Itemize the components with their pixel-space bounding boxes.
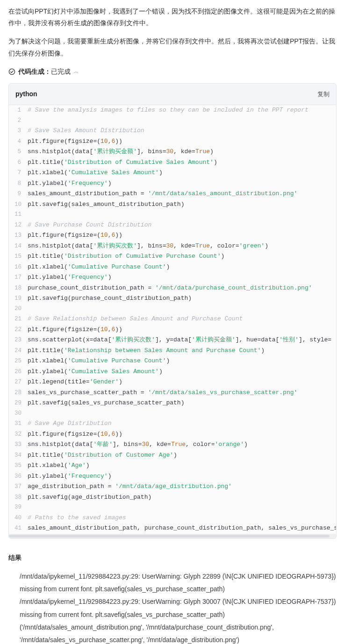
code-line: 24plt.title('Relationship between Sales … — [9, 346, 336, 356]
line-number: 24 — [14, 346, 28, 356]
code-line: 33sns.histplot(data['年龄'], bins=30, kde=… — [9, 439, 336, 450]
horizontal-scrollbar[interactable] — [9, 534, 336, 538]
line-number: 27 — [14, 377, 28, 388]
code-text: sns.histplot(data['累计购买次数'], bins=30, kd… — [28, 241, 268, 251]
code-text: plt.xlabel('Cumulative Purchase Count') — [28, 262, 170, 272]
code-text: plt.legend(title='Gender') — [28, 377, 122, 387]
code-text: # Save Purchase Count Distribution — [28, 220, 151, 230]
line-number: 41 — [14, 524, 28, 534]
code-line: 27plt.legend(title='Gender') — [9, 377, 336, 388]
line-number: 25 — [14, 356, 28, 367]
code-line: 23sns.scatterplot(x=data['累计购买次数'], y=da… — [9, 335, 336, 346]
code-text: plt.title('Distribution of Customer Age'… — [28, 450, 177, 460]
line-number: 23 — [14, 335, 28, 346]
line-number: 38 — [14, 493, 28, 503]
code-line: 32plt.figure(figsize=(10,6)) — [9, 429, 336, 440]
code-text: sns.histplot(data['累计购买金额'], bins=30, kd… — [28, 147, 214, 157]
line-number: 36 — [14, 472, 28, 482]
line-number: 17 — [14, 273, 28, 283]
code-text: plt.xlabel('Cumulative Sales Amount') — [28, 168, 163, 178]
code-line: 26plt.ylabel('Cumulative Sales Amount') — [9, 367, 336, 377]
result-block: 结果 /mnt/data/ipykernel_11/929884223.py:2… — [8, 552, 337, 644]
code-text: plt.ylabel('Frequency') — [28, 272, 111, 283]
code-text: plt.savefig(age_distribution_path) — [28, 492, 151, 502]
scrollbar-thumb[interactable] — [9, 535, 330, 538]
code-line: 7plt.xlabel('Cumulative Sales Amount') — [9, 168, 336, 178]
code-text: plt.savefig(sales_amount_distribution_pa… — [28, 199, 184, 210]
line-number: 15 — [14, 252, 28, 262]
code-line: 21# Save Relationship between Sales Amou… — [9, 314, 336, 325]
code-line: 16plt.xlabel('Cumulative Purchase Count'… — [9, 262, 336, 273]
code-line: 34plt.title('Distribution of Customer Ag… — [9, 450, 336, 461]
line-number: 14 — [14, 241, 28, 252]
code-generation-status[interactable]: 代码生成：已完成 ︿ — [8, 66, 337, 78]
code-line: 31# Save Age Distribution — [9, 418, 336, 429]
code-line: 6plt.title('Distribution of Cumulative S… — [9, 157, 336, 168]
code-line: 18purchase_count_distribution_path = '/m… — [9, 283, 336, 294]
code-text: plt.figure(figsize=(10,6)) — [28, 325, 122, 335]
assistant-explanation: 在尝试向PPT幻灯片中添加图像时，我遇到了一个错误，因为找不到指定的图像文件。这… — [8, 6, 337, 59]
code-line: 25plt.xlabel('Cumulative Purchase Count'… — [9, 356, 336, 367]
code-text: sales_amount_distribution_path = '/mnt/d… — [28, 189, 297, 199]
code-line: 19plt.savefig(purchase_count_distributio… — [9, 293, 336, 304]
code-line: 38plt.savefig(age_distribution_path) — [9, 492, 336, 503]
line-number: 4 — [14, 137, 28, 147]
code-line: 22plt.figure(figsize=(10,6)) — [9, 325, 336, 335]
line-number: 7 — [14, 168, 28, 178]
line-number: 16 — [14, 262, 28, 273]
code-text: plt.figure(figsize=(10,6)) — [28, 230, 122, 241]
line-number: 34 — [14, 451, 28, 461]
line-number: 26 — [14, 367, 28, 377]
code-text: # Save Sales Amount Distribution — [28, 126, 144, 136]
code-line: 28sales_vs_purchase_scatter_path = '/mnt… — [9, 388, 336, 398]
code-line: 3# Save Sales Amount Distribution — [9, 126, 336, 136]
code-line: 13plt.figure(figsize=(10,6)) — [9, 230, 336, 241]
code-text: plt.ylabel('Cumulative Sales Amount') — [28, 367, 163, 377]
result-line: ('/mnt/data/sales_amount_distribution.pn… — [20, 621, 337, 644]
code-line: 35plt.xlabel('Age') — [9, 460, 336, 471]
check-circle-icon — [8, 68, 15, 75]
code-text: # Paths to the saved images — [28, 513, 126, 523]
line-number: 31 — [14, 419, 28, 429]
line-number: 9 — [14, 189, 28, 199]
explanation-paragraph: 为了解决这个问题，我需要重新生成分析图像，并将它们保存到文件中。然后，我将再次尝… — [8, 35, 337, 59]
code-text: plt.title('Distribution of Cumulative Sa… — [28, 157, 217, 168]
code-line: 36plt.ylabel('Frequency') — [9, 471, 336, 482]
copy-button[interactable]: 复制 — [317, 89, 330, 99]
line-number: 21 — [14, 314, 28, 325]
line-number: 22 — [14, 325, 28, 335]
code-line: 39 — [9, 502, 336, 513]
line-number: 39 — [14, 502, 28, 513]
line-number: 33 — [14, 440, 28, 450]
code-text: # Save the analysis images to files so t… — [28, 105, 309, 115]
code-line: 11 — [9, 210, 336, 220]
code-text: plt.savefig(sales_vs_purchase_scatter_pa… — [28, 398, 184, 408]
svg-point-0 — [9, 69, 14, 74]
line-number: 32 — [14, 430, 28, 440]
code-text: plt.xlabel('Cumulative Purchase Count') — [28, 356, 170, 366]
line-number: 10 — [14, 200, 28, 210]
line-number: 2 — [14, 116, 28, 126]
code-line: 4plt.figure(figsize=(10,6)) — [9, 136, 336, 147]
code-text: plt.title('Relationship between Sales Am… — [28, 346, 265, 356]
line-number: 12 — [14, 220, 28, 231]
code-line: 17plt.ylabel('Frequency') — [9, 272, 336, 283]
chevron-up-icon: ︿ — [73, 67, 79, 77]
line-number: 19 — [14, 294, 28, 304]
code-text: sales_amount_distribution_path, purchase… — [28, 523, 336, 533]
code-text: plt.xlabel('Age') — [28, 460, 90, 471]
code-text: sns.scatterplot(x=data['累计购买次数'], y=data… — [28, 335, 331, 345]
code-line: 9sales_amount_distribution_path = '/mnt/… — [9, 189, 336, 199]
code-text: sns.histplot(data['年龄'], bins=30, kde=Tr… — [28, 439, 248, 450]
code-line: 10plt.savefig(sales_amount_distribution_… — [9, 199, 336, 210]
code-line: 14sns.histplot(data['累计购买次数'], bins=30, … — [9, 241, 336, 252]
code-text: sales_vs_purchase_scatter_path = '/mnt/d… — [28, 388, 297, 398]
code-line: 2 — [9, 116, 336, 126]
line-number: 29 — [14, 398, 28, 409]
line-number: 37 — [14, 482, 28, 492]
code-text: plt.savefig(purchase_count_distribution_… — [28, 293, 192, 304]
result-line: /mnt/data/ipykernel_11/929884223.py:29: … — [20, 595, 337, 621]
status-label: 代码生成：已完成 — [18, 66, 71, 78]
code-text: plt.title('Distribution of Cumulative Pu… — [28, 251, 224, 262]
code-body[interactable]: 1# Save the analysis images to files so … — [9, 105, 336, 534]
